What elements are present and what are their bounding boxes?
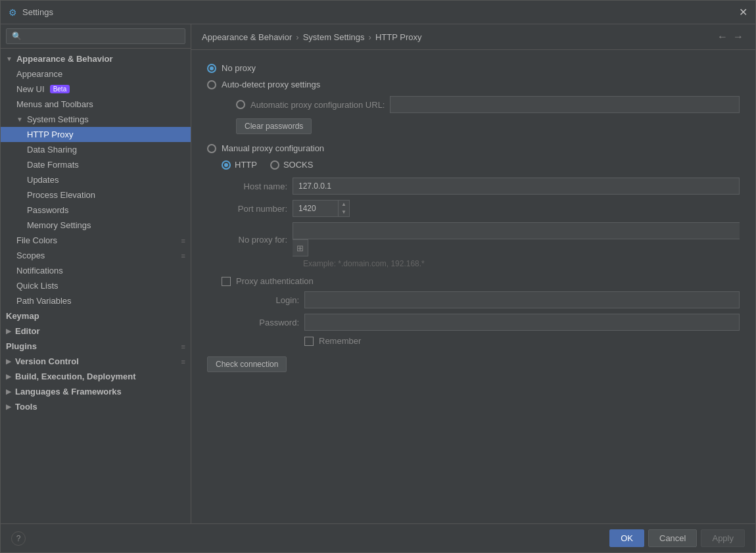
sidebar-item-version-control[interactable]: ▶ Version Control ≡	[1, 354, 191, 369]
cancel-button[interactable]: Cancel	[648, 529, 697, 547]
auth-section: Proxy authentication Login: Password:	[207, 276, 740, 346]
sidebar-item-memory-settings[interactable]: Memory Settings	[1, 218, 191, 233]
socks-radio[interactable]	[270, 160, 279, 170]
expand-arrow: ▶	[6, 403, 11, 410]
sidebar-item-process-elevation[interactable]: Process Elevation	[1, 187, 191, 203]
port-input[interactable]	[293, 200, 339, 217]
no-proxy-radio[interactable]	[207, 64, 216, 73]
breadcrumb-nav: ← →	[716, 31, 745, 43]
remember-checkbox[interactable]	[304, 337, 314, 346]
sidebar-label: Passwords	[27, 205, 69, 215]
sidebar-item-system-settings[interactable]: ▼ System Settings	[1, 112, 191, 127]
auto-detect-option[interactable]: Auto-detect proxy settings	[207, 80, 740, 89]
port-up-button[interactable]: ▲	[339, 201, 349, 208]
host-label: Host name:	[222, 181, 287, 191]
sidebar-item-http-proxy[interactable]: HTTP Proxy	[1, 127, 191, 142]
sidebar-item-quick-lists[interactable]: Quick Lists	[1, 278, 191, 293]
main-content: ▼ Appearance & Behavior Appearance New U…	[1, 24, 755, 523]
sidebar-item-updates[interactable]: Updates	[1, 172, 191, 187]
login-input[interactable]	[304, 291, 740, 308]
plugins-icon: ≡	[181, 343, 185, 350]
sidebar-item-data-sharing[interactable]: Data Sharing	[1, 142, 191, 157]
sidebar-label: Appearance & Behavior	[16, 54, 113, 64]
login-label: Login:	[233, 295, 299, 305]
nav-tree: ▼ Appearance & Behavior Appearance New U…	[1, 49, 191, 523]
remember-row: Remember	[207, 336, 740, 346]
sidebar-item-scopes[interactable]: Scopes ≡	[1, 248, 191, 263]
title-bar: ⚙ Settings ✕	[1, 1, 755, 24]
no-proxy-option[interactable]: No proxy	[207, 63, 740, 73]
sidebar-label: Editor	[15, 326, 40, 336]
sidebar-item-build[interactable]: ▶ Build, Execution, Deployment	[1, 369, 191, 384]
nav-forward-button[interactable]: →	[732, 31, 745, 43]
host-input[interactable]	[293, 178, 740, 195]
apply-button[interactable]: Apply	[701, 529, 745, 547]
sidebar-label: Version Control	[15, 356, 79, 366]
port-input-wrap: ▲ ▼	[293, 200, 350, 217]
manual-proxy-label: Manual proxy configuration	[222, 143, 324, 153]
sidebar-item-languages[interactable]: ▶ Languages & Frameworks	[1, 384, 191, 399]
auto-config-input[interactable]	[390, 96, 740, 113]
sidebar-item-appearance[interactable]: Appearance	[1, 66, 191, 82]
close-button[interactable]: ✕	[739, 6, 747, 18]
auto-detect-radio[interactable]	[207, 80, 216, 89]
sidebar-item-menus-toolbars[interactable]: Menus and Toolbars	[1, 97, 191, 112]
port-down-button[interactable]: ▼	[339, 208, 349, 216]
sidebar-item-editor[interactable]: ▶ Editor	[1, 324, 191, 339]
manual-proxy-option[interactable]: Manual proxy configuration	[207, 143, 740, 153]
help-button[interactable]: ?	[11, 531, 26, 546]
expand-arrow: ▶	[6, 388, 11, 395]
breadcrumb-1: Appearance & Behavior	[202, 32, 292, 42]
sidebar-item-tools[interactable]: ▶ Tools	[1, 399, 191, 414]
sidebar-item-file-colors[interactable]: File Colors ≡	[1, 233, 191, 248]
window-icon: ⚙	[9, 7, 17, 18]
password-label: Password:	[233, 318, 299, 327]
http-label: HTTP	[235, 160, 257, 170]
sidebar-label: Tools	[15, 402, 37, 412]
sidebar-item-path-variables[interactable]: Path Variables	[1, 293, 191, 308]
beta-badge: Beta	[50, 85, 70, 93]
search-input[interactable]	[6, 28, 185, 44]
clear-passwords-button[interactable]: Clear passwords	[236, 118, 312, 134]
login-row: Login:	[207, 291, 740, 308]
password-input[interactable]	[304, 314, 740, 331]
host-name-row: Host name:	[207, 178, 740, 195]
no-proxy-settings-button[interactable]: ⊞	[293, 239, 308, 256]
check-connection-button[interactable]: Check connection	[207, 356, 287, 372]
ok-button[interactable]: OK	[609, 529, 644, 547]
http-radio[interactable]	[222, 160, 231, 170]
expand-arrow: ▶	[6, 327, 11, 335]
no-proxy-for-row: No proxy for: ⊞	[207, 222, 740, 256]
sidebar-item-notifications[interactable]: Notifications	[1, 263, 191, 278]
port-number-row: Port number: ▲ ▼	[207, 200, 740, 217]
sidebar-label: Appearance	[16, 69, 62, 79]
sidebar-item-appearance-behavior[interactable]: ▼ Appearance & Behavior	[1, 51, 191, 66]
auto-config-radio[interactable]	[236, 100, 245, 109]
manual-proxy-radio[interactable]	[207, 144, 216, 153]
auto-config-label: Automatic proxy configuration URL:	[250, 100, 385, 110]
http-radio-item[interactable]: HTTP	[222, 160, 257, 170]
vc-icon: ≡	[181, 358, 185, 366]
sidebar-label: HTTP Proxy	[27, 130, 74, 139]
sidebar-label: Path Variables	[16, 296, 72, 306]
sidebar-label: System Settings	[27, 114, 89, 124]
sidebar-label: Memory Settings	[27, 220, 91, 230]
content-body: No proxy Auto-detect proxy settings Auto…	[191, 50, 755, 523]
settings-window: ⚙ Settings ✕ ▼ Appearance & Behavior App…	[0, 0, 756, 553]
sidebar-item-plugins[interactable]: Plugins ≡	[1, 339, 191, 354]
sidebar-item-keymap[interactable]: Keymap	[1, 308, 191, 324]
proxy-auth-checkbox[interactable]	[222, 277, 231, 286]
file-colors-icon: ≡	[181, 237, 185, 245]
sidebar-label: Plugins	[6, 341, 37, 351]
auto-config-url-row: Automatic proxy configuration URL:	[207, 96, 740, 113]
nav-back-button[interactable]: ←	[716, 31, 729, 43]
breadcrumb-3: HTTP Proxy	[375, 32, 422, 42]
no-proxy-label: No proxy	[222, 63, 256, 73]
no-proxy-for-input[interactable]	[293, 222, 740, 239]
sidebar-item-new-ui[interactable]: New UI Beta	[1, 82, 191, 97]
socks-radio-item[interactable]: SOCKS	[270, 160, 314, 170]
breadcrumb: Appearance & Behavior › System Settings …	[191, 24, 755, 50]
auto-detect-label: Auto-detect proxy settings	[222, 80, 320, 89]
sidebar-item-date-formats[interactable]: Date Formats	[1, 157, 191, 172]
sidebar-item-passwords[interactable]: Passwords	[1, 203, 191, 218]
